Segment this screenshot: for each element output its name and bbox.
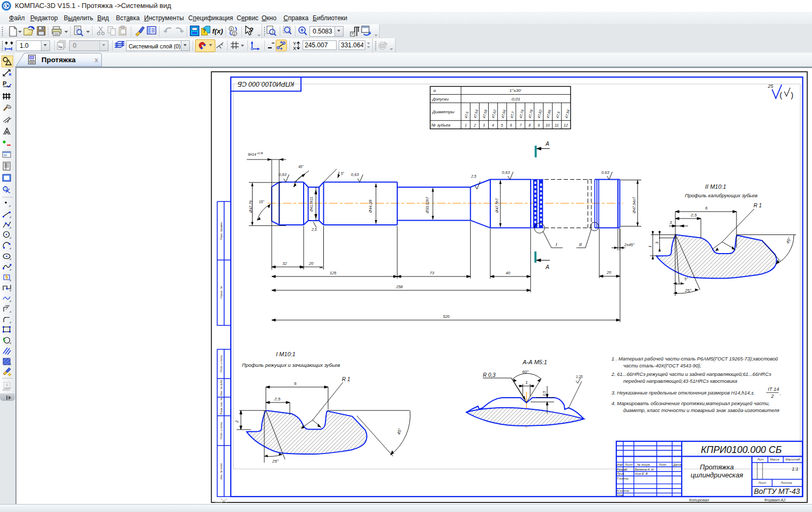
svg-text:Разраб.: Разраб. <box>617 468 628 471</box>
svg-text:Лит.: Лит. <box>757 458 765 461</box>
svg-text:20: 20 <box>606 270 612 275</box>
svg-text:0,5: 0,5 <box>542 391 546 396</box>
svg-text:Изм.: Изм. <box>617 463 623 466</box>
svg-text:11: 11 <box>555 123 558 127</box>
svg-text:45°: 45° <box>298 165 304 169</box>
svg-text:I М10:1: I М10:1 <box>276 351 296 357</box>
svg-text:Пров.: Пров. <box>617 472 625 475</box>
svg-text:2,5: 2,5 <box>311 228 317 231</box>
svg-text:2,5: 2,5 <box>690 213 697 217</box>
svg-text:Подп. и дата: Подп. и дата <box>220 355 223 373</box>
svg-text:диаметр, класс точности и това: диаметр, класс точности и товарный знак … <box>623 408 779 413</box>
svg-text:Формат: Формат <box>764 498 780 502</box>
svg-text:А-А М5:1: А-А М5:1 <box>522 359 547 365</box>
svg-text:3. Неуказанные предельные отк: 3. Неуказанные предельные отклонения раз… <box>612 390 754 396</box>
svg-text:Н.контр.: Н.контр. <box>617 489 630 492</box>
svg-text:Масса: Масса <box>770 458 780 461</box>
svg-text:60°: 60° <box>522 370 529 374</box>
svg-text:73: 73 <box>430 271 434 275</box>
svg-text:передней направляющей;43-51HRC: передней направляющей;43-51HRCэ хвостови… <box>623 379 738 384</box>
svg-text:40: 40 <box>506 271 510 275</box>
svg-text:Утв.: Утв. <box>616 493 624 497</box>
svg-text:1,25: 1,25 <box>576 375 583 379</box>
svg-text:2: 2 <box>235 420 239 423</box>
svg-text:10: 10 <box>546 123 550 127</box>
svg-text:Справ. №: Справ. № <box>220 286 223 299</box>
svg-text:258: 258 <box>396 284 403 289</box>
svg-text:КПРИ0100.000 СБ: КПРИ0100.000 СБ <box>701 444 782 455</box>
svg-text:Ø33,02h7: Ø33,02h7 <box>425 196 429 214</box>
svg-text:2x45°: 2x45° <box>624 242 634 247</box>
svg-text:Беляков А. Н: Беляков А. Н <box>635 468 654 471</box>
svg-text:Профиль режущих и зачищающих з: Профиль режущих и зачищающих зубьев <box>242 362 340 368</box>
svg-text:Перв. примен.: Перв. примен. <box>220 222 223 240</box>
svg-text:α: α <box>433 88 436 93</box>
svg-text:Лист: Лист <box>624 463 633 466</box>
svg-text:0,63: 0,63 <box>502 170 510 175</box>
svg-text:цилиндрическая: цилиндрическая <box>691 471 743 479</box>
svg-text:5: 5 <box>501 123 503 127</box>
svg-text:3: 3 <box>483 123 485 127</box>
svg-text:А: А <box>545 264 549 270</box>
svg-text:Ø44,2i9: Ø44,2i9 <box>369 199 372 213</box>
svg-text:части сталь-40Х(ГОСТ 4543-90);: части сталь-40Х(ГОСТ 4543-90); <box>623 363 701 368</box>
svg-text:3: 3 <box>669 220 672 225</box>
svg-text:R 1: R 1 <box>342 376 350 382</box>
svg-text:Ø47,5h7: Ø47,5h7 <box>495 198 499 213</box>
svg-text:Диаметры: Диаметры <box>432 110 454 114</box>
svg-text:II М10:1: II М10:1 <box>705 183 726 190</box>
svg-text:1:1: 1:1 <box>792 466 799 472</box>
svg-text:6: 6 <box>294 381 297 386</box>
svg-text:1: 1 <box>525 380 528 385</box>
svg-text:): ) <box>791 90 793 99</box>
svg-text:КПРИ0100.000 СБ: КПРИ0100.000 СБ <box>238 80 294 88</box>
svg-text:5°: 5° <box>684 277 688 281</box>
svg-text:IT 14: IT 14 <box>768 387 779 392</box>
svg-text:20: 20 <box>308 261 314 266</box>
svg-text:4: 4 <box>492 123 494 127</box>
svg-text:Листов: Листов <box>780 481 792 484</box>
svg-text:Ø41,0h11: Ø41,0h11 <box>309 197 313 212</box>
svg-text:125: 125 <box>330 271 337 275</box>
svg-text:6: 6 <box>705 206 708 211</box>
svg-text:3: 3 <box>655 241 659 244</box>
svg-text:25: 25 <box>767 83 774 89</box>
svg-text:0,63: 0,63 <box>601 170 609 175</box>
svg-text:9: 9 <box>538 123 540 127</box>
svg-text:12: 12 <box>564 123 568 127</box>
svg-text:Подп. и дата: Подп. и дата <box>220 422 223 440</box>
svg-text:Лист: Лист <box>758 481 766 484</box>
svg-text:520: 520 <box>443 314 450 319</box>
svg-text:(: ( <box>780 90 782 99</box>
svg-text:0,63: 0,63 <box>351 172 359 177</box>
svg-text:Копировал: Копировал <box>689 498 709 502</box>
svg-text:32: 32 <box>282 261 287 266</box>
svg-text:2,5: 2,5 <box>274 397 281 401</box>
svg-text:15°: 15° <box>259 200 264 204</box>
svg-text:5°: 5° <box>341 172 345 175</box>
svg-text:Ним Е. В.: Ним Е. В. <box>635 472 649 475</box>
svg-text:ВоГТУ МТ-43: ВоГТУ МТ-43 <box>754 487 800 496</box>
svg-text:А2: А2 <box>780 498 786 502</box>
svg-text:0,63: 0,63 <box>279 172 287 177</box>
svg-text:А: А <box>545 140 549 147</box>
svg-text:.: . <box>780 391 781 396</box>
svg-text:II: II <box>579 242 582 247</box>
svg-text:1: 1 <box>648 246 652 248</box>
svg-text:Допуски: Допуски <box>432 97 449 102</box>
svg-text:R 0,3: R 0,3 <box>483 372 496 378</box>
svg-text:Инв. № подл.: Инв. № подл. <box>220 463 223 480</box>
svg-text:-0,01: -0,01 <box>510 97 520 102</box>
svg-text:1 . Материал рабочей части-ста: 1 . Материал рабочей части-сталь Р6АМ5(Г… <box>612 356 778 362</box>
svg-text:Протяжка: Протяжка <box>700 463 734 471</box>
svg-text:Дата: Дата <box>673 463 682 466</box>
svg-text:Подп.: Подп. <box>659 463 667 466</box>
svg-text:Профиль калибрующих зубьев: Профиль калибрующих зубьев <box>685 192 758 198</box>
svg-text:2. 61...66HRCэ режущей части: 2. 61...66HRCэ режущей части и задней на… <box>611 372 772 377</box>
svg-text:Ø47,79: Ø47,79 <box>249 200 253 213</box>
svg-text:1: 1 <box>465 123 467 127</box>
svg-text:№ докум.: № докум. <box>637 463 651 466</box>
svg-text:№ зубьев: № зубьев <box>431 123 450 128</box>
svg-text:2,5: 2,5 <box>471 174 476 178</box>
svg-text:8: 8 <box>529 123 531 127</box>
